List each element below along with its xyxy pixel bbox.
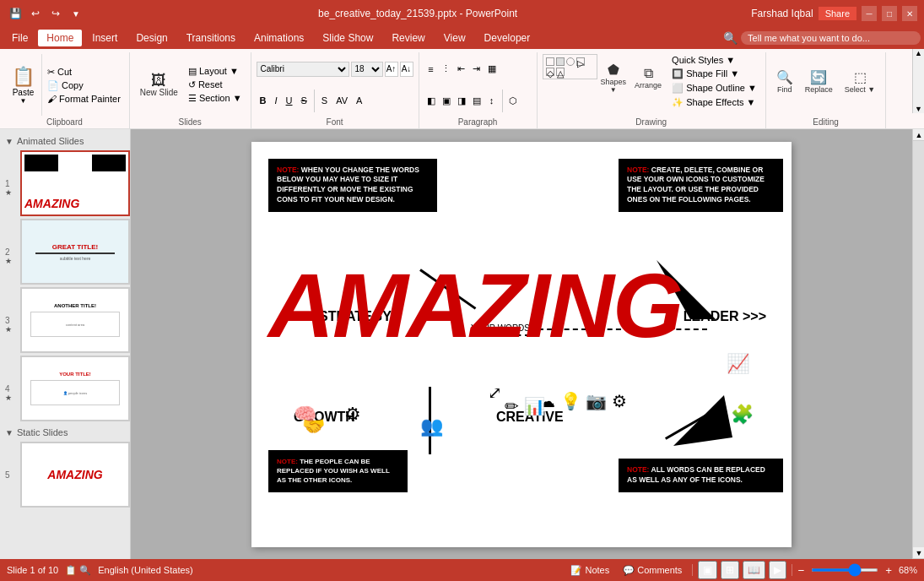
slide-thumb-5[interactable]: AMAZING [20, 442, 130, 508]
status-right: 📝 Notes 💬 Comments ▣ ⊞ 📖 ▶ − + 68% [565, 561, 917, 579]
tell-me-box[interactable]: Tell me what you want to do... [741, 31, 921, 45]
strikethrough-button[interactable]: S [298, 95, 311, 106]
menu-review[interactable]: Review [383, 30, 433, 46]
decrease-font-button[interactable]: A↓ [400, 62, 413, 77]
redo-button[interactable]: ↪ [47, 5, 64, 22]
scroll-track[interactable] [913, 141, 924, 547]
save-button[interactable]: 💾 [7, 5, 24, 22]
decrease-indent-button[interactable]: ⇤ [455, 62, 468, 76]
minimize-button[interactable]: ─ [862, 6, 877, 21]
shape-item-2[interactable] [556, 57, 565, 66]
slides-group: 🖼 New Slide ▤ Layout ▼ ↺ Reset ☰ Section… [130, 52, 251, 128]
shapes-button[interactable]: ⬟ Shapes ▼ [599, 54, 629, 101]
paste-button[interactable]: 📋 Paste ▼ [5, 54, 42, 116]
slide-num-4: 4 [5, 384, 10, 394]
clipboard-controls: 📋 Paste ▼ ✂ Cut 📄 Copy 🖌 Format Painter [5, 54, 124, 116]
slide-canvas[interactable]: NOTE: WHEN YOU CHANGE THE WORDS BELOW YO… [251, 142, 792, 547]
bold-button[interactable]: B [257, 95, 270, 106]
slide-thumb-1[interactable]: AMAZING [20, 150, 130, 216]
columns-button[interactable]: ▦ [485, 62, 499, 76]
reset-button[interactable]: ↺ Reset [185, 79, 246, 91]
select-button[interactable]: ⬚ Select ▼ [840, 57, 880, 105]
paragraph-label: Paragraph [424, 116, 532, 127]
justify-button[interactable]: ▤ [470, 94, 484, 107]
bullet-list-button[interactable]: ≡ [424, 62, 438, 76]
cut-button[interactable]: ✂ Cut [44, 66, 124, 79]
shape-item-4[interactable]: ▷ [576, 57, 585, 66]
line-spacing-button[interactable]: ↕ [485, 94, 499, 107]
slideshow-button[interactable]: ▶ [769, 561, 786, 579]
scroll-down-arrow[interactable]: ▼ [913, 547, 924, 559]
menu-developer[interactable]: Developer [476, 30, 539, 46]
amazing-text[interactable]: AMAZING [268, 260, 682, 351]
menu-animations[interactable]: Animations [246, 30, 312, 46]
main-area: ▼ Animated Slides 1 ★ AMAZING 2 ★ [0, 129, 924, 559]
increase-indent-button[interactable]: ⇥ [470, 62, 484, 76]
zoom-out-button[interactable]: − [797, 564, 804, 577]
ribbon-scroll-down[interactable]: ▼ [913, 105, 924, 113]
note-box-1: NOTE: WHEN YOU CHANGE THE WORDS BELOW YO… [268, 159, 437, 213]
shadow-button[interactable]: S [318, 95, 331, 106]
menu-slideshow[interactable]: Slide Show [314, 30, 381, 46]
find-button[interactable]: 🔍 Find [771, 57, 798, 105]
icon-gear-circle: ⚙ [344, 404, 361, 426]
slide-thumb-4[interactable]: YOUR TITLE! 👤 people icons [20, 356, 130, 421]
menu-insert[interactable]: Insert [84, 30, 126, 46]
font-color-button[interactable]: A [353, 95, 365, 106]
align-center-button[interactable]: ▣ [440, 94, 453, 107]
format-painter-button[interactable]: 🖌 Format Painter [44, 93, 124, 105]
copy-button[interactable]: 📄 Copy [44, 79, 124, 92]
customize-button[interactable]: ▼ [68, 5, 84, 22]
canvas-area: NOTE: WHEN YOU CHANGE THE WORDS BELOW YO… [131, 129, 912, 559]
paragraph-group: ≡ ⋮ ⇤ ⇥ ▦ ◧ ▣ ◨ ▤ ↕ ⬡ Paragraph [419, 52, 538, 128]
menu-home[interactable]: Home [38, 30, 82, 46]
share-button[interactable]: Share [819, 7, 856, 20]
shape-item-3[interactable] [566, 57, 575, 66]
italic-button[interactable]: I [272, 95, 281, 106]
shape-item-1[interactable] [546, 57, 554, 66]
comments-label: Comments [637, 565, 682, 575]
shape-item-5[interactable]: ◇ [546, 68, 554, 76]
comments-icon: 💬 [623, 565, 635, 576]
undo-button[interactable]: ↩ [27, 5, 44, 22]
layout-button[interactable]: ▤ Layout ▼ [185, 65, 246, 78]
slide-sorter-button[interactable]: ⊞ [721, 561, 739, 579]
align-right-button[interactable]: ◨ [455, 94, 468, 107]
comments-button[interactable]: 💬 Comments [618, 563, 687, 578]
zoom-in-button[interactable]: + [885, 564, 892, 577]
font-size-select[interactable]: 18 [351, 62, 383, 77]
menu-design[interactable]: Design [127, 30, 176, 46]
normal-view-button[interactable]: ▣ [698, 561, 717, 579]
font-family-select[interactable]: Calibri [257, 62, 349, 77]
shape-outline-button[interactable]: ⬜ Shape Outline ▼ [668, 82, 760, 95]
menu-file[interactable]: File [3, 30, 36, 46]
arrange-button[interactable]: ⧉ Arrange [630, 54, 667, 101]
increase-font-button[interactable]: A↑ [385, 62, 398, 77]
scroll-up-arrow[interactable]: ▲ [913, 129, 924, 141]
ribbon-scroll-up[interactable]: ▲ [913, 49, 924, 57]
maximize-button[interactable]: □ [882, 6, 897, 21]
smartart-button[interactable]: ⬡ [506, 94, 520, 107]
section-static-slides[interactable]: ▼ Static Slides [3, 424, 127, 439]
close-button[interactable]: ✕ [902, 6, 917, 21]
replace-button[interactable]: 🔄 Replace [800, 57, 838, 105]
reading-view-button[interactable]: 📖 [743, 561, 765, 579]
char-spacing-button[interactable]: AV [332, 95, 351, 106]
section-animated-slides[interactable]: ▼ Animated Slides [3, 133, 127, 148]
notes-button[interactable]: 📝 Notes [565, 563, 614, 578]
menu-view[interactable]: View [435, 30, 474, 46]
slide-thumb-2[interactable]: GREAT TITLE! subtitle text here [20, 219, 130, 285]
shape-effects-button[interactable]: ✨ Shape Effects ▼ [668, 96, 760, 109]
menu-transitions[interactable]: Transitions [178, 30, 244, 46]
slide-thumb-3[interactable]: ANOTHER TITLE! content area [20, 287, 130, 353]
underline-button[interactable]: U [283, 95, 296, 106]
zoom-slider[interactable] [811, 568, 878, 572]
numbered-list-button[interactable]: ⋮ [440, 62, 453, 76]
shape-item-6[interactable]: △ [556, 68, 565, 76]
quick-styles-button[interactable]: Quick Styles ▼ [668, 54, 760, 66]
align-left-button[interactable]: ◧ [424, 94, 438, 107]
new-slide-button[interactable]: 🖼 New Slide [135, 62, 183, 109]
section-button[interactable]: ☰ Section ▼ [185, 92, 246, 105]
star-icon-3: ★ [5, 325, 12, 334]
shape-fill-button[interactable]: 🔲 Shape Fill ▼ [668, 68, 760, 80]
